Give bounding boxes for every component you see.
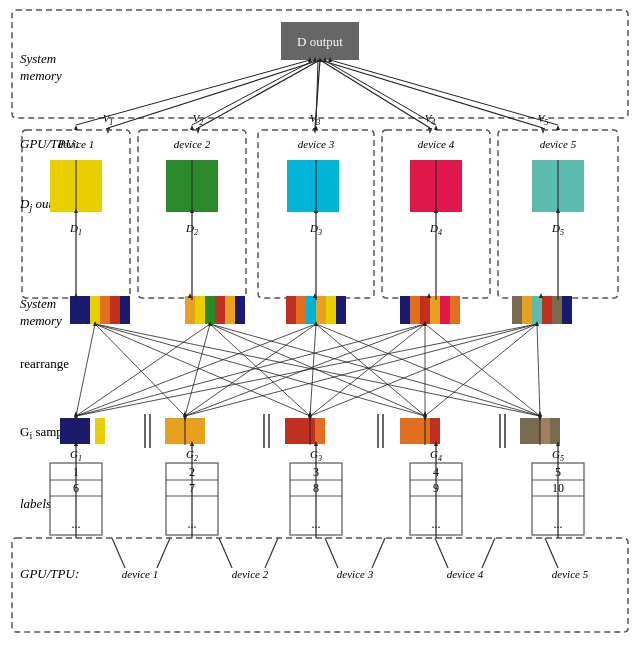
svg-rect-116	[175, 418, 185, 444]
svg-rect-23	[382, 130, 490, 298]
svg-rect-127	[520, 418, 530, 444]
svg-line-86	[185, 324, 316, 416]
svg-marker-142	[423, 416, 427, 421]
svg-line-95	[76, 324, 537, 416]
svg-marker-208	[308, 411, 312, 416]
svg-rect-49	[120, 296, 130, 324]
svg-text:memory: memory	[20, 313, 62, 328]
svg-text:G4: G4	[430, 448, 442, 463]
svg-rect-22	[258, 130, 374, 298]
svg-rect-122	[315, 418, 325, 444]
svg-line-238	[316, 60, 318, 125]
svg-text:device 2: device 2	[174, 138, 211, 150]
svg-rect-20	[22, 130, 130, 298]
svg-marker-16	[428, 128, 432, 134]
svg-text:D5: D5	[551, 222, 564, 237]
svg-text:...: ...	[72, 517, 81, 531]
svg-line-94	[425, 324, 540, 416]
svg-line-90	[76, 324, 425, 416]
svg-line-196	[325, 538, 338, 568]
svg-marker-104	[539, 293, 543, 298]
svg-rect-36	[532, 160, 584, 212]
svg-marker-231	[74, 125, 78, 130]
svg-line-76	[95, 324, 185, 416]
svg-rect-62	[400, 296, 410, 324]
svg-marker-145	[208, 321, 212, 326]
svg-marker-223	[314, 208, 318, 213]
svg-marker-217	[190, 441, 194, 446]
svg-marker-147	[423, 321, 427, 326]
svg-rect-68	[512, 296, 522, 324]
svg-rect-73	[562, 296, 572, 324]
svg-marker-210	[538, 411, 542, 416]
svg-text:device 3: device 3	[298, 138, 335, 150]
svg-marker-241	[308, 57, 312, 62]
svg-rect-32	[50, 160, 102, 212]
svg-line-237	[192, 60, 314, 125]
svg-line-193	[157, 538, 170, 568]
svg-line-91	[185, 324, 425, 416]
svg-text:System: System	[20, 296, 56, 311]
svg-line-92	[310, 324, 425, 416]
svg-line-12	[320, 60, 543, 128]
svg-marker-225	[556, 208, 560, 213]
svg-rect-64	[420, 296, 430, 324]
svg-line-75	[76, 324, 95, 416]
svg-text:G5: G5	[552, 448, 564, 463]
svg-marker-14	[196, 128, 200, 134]
svg-text:3: 3	[313, 465, 319, 479]
svg-marker-103	[427, 293, 431, 298]
svg-marker-144	[93, 321, 97, 326]
svg-rect-114	[95, 418, 105, 444]
svg-text:D output: D output	[297, 34, 343, 49]
svg-text:...: ...	[188, 517, 197, 531]
svg-rect-112	[70, 418, 80, 444]
svg-rect-121	[305, 418, 315, 444]
svg-marker-234	[434, 125, 438, 130]
svg-rect-117	[185, 418, 195, 444]
diagram-arrows: D output V1 V2 V3 V4 V5 System memory	[10, 8, 630, 638]
svg-line-239	[324, 60, 436, 125]
svg-rect-165	[290, 463, 342, 535]
svg-text:1: 1	[73, 465, 79, 479]
svg-text:V5: V5	[538, 112, 549, 127]
svg-rect-128	[530, 418, 540, 444]
svg-text:D2: D2	[185, 222, 198, 237]
svg-marker-15	[313, 128, 317, 134]
svg-rect-72	[552, 296, 562, 324]
svg-marker-148	[535, 321, 539, 326]
svg-text:device 4: device 4	[447, 568, 484, 580]
svg-text:GPU/TPU:: GPU/TPU:	[20, 136, 79, 151]
svg-text:G1: G1	[70, 448, 82, 463]
svg-rect-126	[430, 418, 440, 444]
svg-marker-232	[190, 125, 194, 130]
svg-line-78	[95, 324, 425, 416]
svg-rect-1	[281, 22, 359, 60]
svg-line-99	[537, 324, 540, 416]
svg-text:8: 8	[313, 481, 319, 495]
svg-marker-141	[308, 416, 312, 421]
svg-text:device 1: device 1	[58, 138, 94, 150]
svg-text:rearrange: rearrange	[20, 356, 69, 371]
svg-text:...: ...	[312, 517, 321, 531]
svg-line-10	[315, 60, 320, 128]
svg-rect-111	[60, 418, 70, 444]
svg-line-9	[198, 60, 320, 128]
svg-rect-21	[138, 130, 246, 298]
svg-text:10: 10	[552, 481, 564, 495]
svg-rect-45	[80, 296, 90, 324]
svg-rect-179	[532, 463, 584, 535]
svg-rect-34	[287, 160, 339, 212]
svg-rect-118	[195, 418, 205, 444]
svg-rect-48	[110, 296, 120, 324]
svg-text:4: 4	[433, 465, 439, 479]
svg-marker-100	[74, 293, 78, 298]
svg-rect-115	[165, 418, 175, 444]
svg-rect-123	[400, 418, 410, 444]
svg-marker-219	[434, 441, 438, 446]
svg-rect-129	[540, 418, 550, 444]
svg-text:D4: D4	[429, 222, 442, 237]
svg-marker-209	[423, 411, 427, 416]
svg-rect-67	[450, 296, 460, 324]
svg-line-84	[210, 324, 540, 416]
